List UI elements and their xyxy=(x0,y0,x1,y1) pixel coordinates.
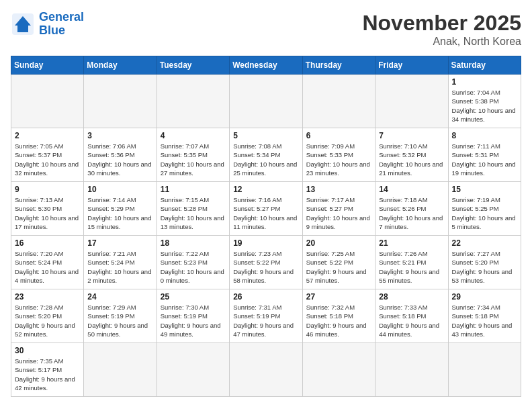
empty-cell xyxy=(11,75,84,128)
logo: General Blue xyxy=(11,11,84,38)
weekday-header-row: Sunday Monday Tuesday Wednesday Thursday… xyxy=(11,56,521,75)
day-20: 20 Sunrise: 7:25 AMSunset: 5:22 PMDaylig… xyxy=(302,236,375,289)
week-row-4: 16 Sunrise: 7:20 AMSunset: 5:24 PMDaylig… xyxy=(11,236,521,289)
day-16: 16 Sunrise: 7:20 AMSunset: 5:24 PMDaylig… xyxy=(11,236,84,289)
day-6: 6 Sunrise: 7:09 AMSunset: 5:33 PMDayligh… xyxy=(302,128,375,182)
day-11: 11 Sunrise: 7:15 AMSunset: 5:28 PMDaylig… xyxy=(157,182,229,236)
svg-rect-2 xyxy=(17,26,28,32)
day-26: 26 Sunrise: 7:31 AMSunset: 5:19 PMDaylig… xyxy=(230,289,303,343)
empty-cell xyxy=(375,343,448,397)
empty-cell xyxy=(448,343,521,397)
day-23: 23 Sunrise: 7:28 AMSunset: 5:20 PMDaylig… xyxy=(11,289,84,343)
empty-cell xyxy=(157,343,229,397)
empty-cell xyxy=(230,75,303,128)
day-2: 2 Sunrise: 7:05 AMSunset: 5:37 PMDayligh… xyxy=(11,128,84,182)
empty-cell xyxy=(157,75,229,128)
logo-text: General Blue xyxy=(39,11,84,38)
day-21: 21 Sunrise: 7:26 AMSunset: 5:21 PMDaylig… xyxy=(375,236,448,289)
header-monday: Monday xyxy=(84,56,157,75)
title-block: November 2025 Anak, North Korea xyxy=(362,11,521,48)
day-19: 19 Sunrise: 7:23 AMSunset: 5:22 PMDaylig… xyxy=(230,236,303,289)
header-friday: Friday xyxy=(375,56,448,75)
day-17: 17 Sunrise: 7:21 AMSunset: 5:24 PMDaylig… xyxy=(84,236,157,289)
day-30: 30 Sunrise: 7:35 AMSunset: 5:17 PMDaylig… xyxy=(11,343,84,397)
day-7: 7 Sunrise: 7:10 AMSunset: 5:32 PMDayligh… xyxy=(375,128,448,182)
header-tuesday: Tuesday xyxy=(157,56,229,75)
empty-cell xyxy=(302,343,375,397)
day-5: 5 Sunrise: 7:08 AMSunset: 5:34 PMDayligh… xyxy=(230,128,303,182)
location-subtitle: Anak, North Korea xyxy=(362,36,521,48)
day-10: 10 Sunrise: 7:14 AMSunset: 5:29 PMDaylig… xyxy=(84,182,157,236)
empty-cell xyxy=(230,343,303,397)
day-3: 3 Sunrise: 7:06 AMSunset: 5:36 PMDayligh… xyxy=(84,128,157,182)
week-row-5: 23 Sunrise: 7:28 AMSunset: 5:20 PMDaylig… xyxy=(11,289,521,343)
page-header: General Blue November 2025 Anak, North K… xyxy=(11,11,521,48)
day-4: 4 Sunrise: 7:07 AMSunset: 5:35 PMDayligh… xyxy=(157,128,229,182)
day-27: 27 Sunrise: 7:32 AMSunset: 5:18 PMDaylig… xyxy=(302,289,375,343)
day-29: 29 Sunrise: 7:34 AMSunset: 5:18 PMDaylig… xyxy=(448,289,521,343)
day-24: 24 Sunrise: 7:29 AMSunset: 5:19 PMDaylig… xyxy=(84,289,157,343)
empty-cell xyxy=(84,75,157,128)
logo-icon xyxy=(11,12,35,36)
month-year-title: November 2025 xyxy=(362,11,521,36)
day-18: 18 Sunrise: 7:22 AMSunset: 5:23 PMDaylig… xyxy=(157,236,229,289)
week-row-6: 30 Sunrise: 7:35 AMSunset: 5:17 PMDaylig… xyxy=(11,343,521,397)
day-15: 15 Sunrise: 7:19 AMSunset: 5:25 PMDaylig… xyxy=(448,182,521,236)
empty-cell xyxy=(375,75,448,128)
header-thursday: Thursday xyxy=(302,56,375,75)
day-12: 12 Sunrise: 7:16 AMSunset: 5:27 PMDaylig… xyxy=(230,182,303,236)
week-row-2: 2 Sunrise: 7:05 AMSunset: 5:37 PMDayligh… xyxy=(11,128,521,182)
day-25: 25 Sunrise: 7:30 AMSunset: 5:19 PMDaylig… xyxy=(157,289,229,343)
day-14: 14 Sunrise: 7:18 AMSunset: 5:26 PMDaylig… xyxy=(375,182,448,236)
header-saturday: Saturday xyxy=(448,56,521,75)
week-row-3: 9 Sunrise: 7:13 AMSunset: 5:30 PMDayligh… xyxy=(11,182,521,236)
day-13: 13 Sunrise: 7:17 AMSunset: 5:27 PMDaylig… xyxy=(302,182,375,236)
day-22: 22 Sunrise: 7:27 AMSunset: 5:20 PMDaylig… xyxy=(448,236,521,289)
header-wednesday: Wednesday xyxy=(230,56,303,75)
day-9: 9 Sunrise: 7:13 AMSunset: 5:30 PMDayligh… xyxy=(11,182,84,236)
calendar-table: Sunday Monday Tuesday Wednesday Thursday… xyxy=(11,56,521,397)
day-1: 1 Sunrise: 7:04 AM Sunset: 5:38 PM Dayli… xyxy=(448,75,521,128)
empty-cell xyxy=(84,343,157,397)
header-sunday: Sunday xyxy=(11,56,84,75)
day-8: 8 Sunrise: 7:11 AMSunset: 5:31 PMDayligh… xyxy=(448,128,521,182)
empty-cell xyxy=(302,75,375,128)
day-28: 28 Sunrise: 7:33 AMSunset: 5:18 PMDaylig… xyxy=(375,289,448,343)
week-row-1: 1 Sunrise: 7:04 AM Sunset: 5:38 PM Dayli… xyxy=(11,75,521,128)
